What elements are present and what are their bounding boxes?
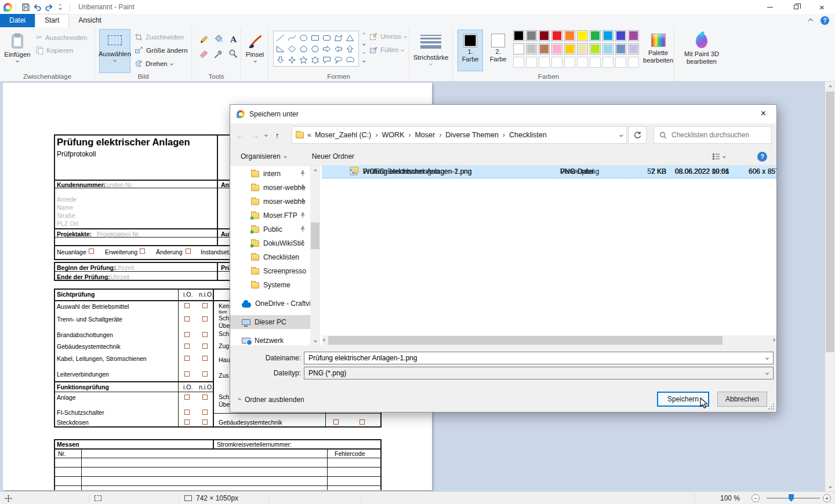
palette-swatch[interactable]	[602, 30, 613, 41]
palette-empty-swatch[interactable]	[539, 57, 550, 68]
sidebar-item[interactable]: Checklisten	[230, 250, 310, 264]
copy-button[interactable]: Kopieren	[36, 46, 73, 54]
dialog-help-icon[interactable]: ?	[757, 152, 767, 162]
pentagon-icon[interactable]	[297, 43, 309, 54]
diamond-icon[interactable]	[286, 43, 297, 54]
palette-swatch[interactable]	[628, 43, 639, 54]
minimize-button[interactable]	[757, 0, 783, 14]
palette-empty-swatch[interactable]	[628, 57, 639, 68]
callout-oval-icon[interactable]	[332, 54, 344, 65]
palette-swatch[interactable]	[577, 43, 588, 54]
palette-swatch[interactable]	[602, 43, 613, 54]
star-5-icon[interactable]	[297, 54, 309, 65]
palette-swatch[interactable]	[526, 30, 537, 41]
save-button[interactable]	[20, 1, 31, 13]
shape-fill-button[interactable]: Füllen	[369, 46, 404, 54]
arrow-up-icon[interactable]	[344, 43, 355, 54]
view-options-button[interactable]	[712, 153, 725, 160]
arrow-right-icon[interactable]	[321, 43, 332, 54]
sidebar-item[interactable]: Systeme	[230, 278, 310, 292]
hexagon-icon[interactable]	[309, 43, 321, 54]
line-icon[interactable]	[274, 32, 286, 43]
stroke-width-button[interactable]: Strichstärke	[411, 29, 451, 73]
palette-empty-swatch[interactable]	[526, 57, 537, 68]
palette-empty-swatch[interactable]	[615, 57, 626, 68]
customize-quick-access-button[interactable]	[55, 1, 66, 13]
sidebar-item[interactable]: intern	[230, 167, 310, 181]
paint3d-button[interactable]: Mit Paint 3D bearbeiten	[677, 30, 726, 72]
polygon-icon[interactable]	[332, 32, 344, 43]
shape-outline-button[interactable]: Umriss	[369, 32, 406, 41]
cancel-button[interactable]: Abbrechen	[717, 392, 767, 407]
callout-cloud-icon[interactable]	[344, 54, 355, 65]
palette-swatch[interactable]	[615, 30, 626, 41]
up-icon[interactable]: ↑	[270, 130, 285, 140]
triangle-icon[interactable]	[344, 32, 355, 43]
palette-empty-swatch[interactable]	[564, 57, 575, 68]
address-bar[interactable]: « ›Moser_Zaehl (C:)›WORK›Moser›Diverse T…	[292, 126, 627, 144]
edit-palette-button[interactable]: Palette bearbeiten	[643, 30, 673, 72]
brush-button[interactable]: Pinsel	[242, 29, 267, 73]
shapes-scroll-down-icon[interactable]	[362, 42, 366, 46]
curve-icon[interactable]	[286, 32, 297, 43]
palette-swatch[interactable]	[590, 43, 601, 54]
arrow-left-icon[interactable]	[332, 43, 344, 54]
palette-empty-swatch[interactable]	[577, 57, 588, 68]
filetype-dropdown-icon[interactable]	[765, 371, 769, 375]
paste-button[interactable]: Einfügen	[3, 29, 31, 73]
sidebar-item[interactable]: moser-webhe	[230, 181, 310, 195]
tab-home[interactable]: Start	[35, 14, 69, 27]
palette-swatch[interactable]	[513, 30, 524, 41]
arrow-down-icon[interactable]	[274, 54, 286, 65]
sidebar-item[interactable]: moser-webhe	[230, 195, 310, 209]
palette-swatch[interactable]	[526, 43, 537, 54]
rectangle-icon[interactable]	[309, 32, 321, 43]
cut-button[interactable]: ✂Ausschneiden	[36, 33, 87, 42]
palette-swatch[interactable]	[539, 30, 550, 41]
breadcrumb-item[interactable]: Moser_Zaehl (C:)	[315, 131, 371, 139]
filename-dropdown-icon[interactable]	[765, 356, 769, 360]
color2-button[interactable]: 2.Farbe	[485, 30, 511, 71]
sidebar-item[interactable]: Screenpresso	[230, 264, 310, 278]
sidebar-item[interactable]: Public	[230, 222, 310, 236]
dialog-close-button[interactable]: ×	[750, 105, 776, 122]
pencil-tool[interactable]	[197, 32, 210, 46]
select-button[interactable]: Auswählen	[99, 29, 130, 73]
palette-swatch[interactable]	[615, 43, 626, 54]
navigation-pane-scrollbar[interactable]	[310, 166, 320, 345]
address-dropdown-icon[interactable]	[619, 133, 623, 137]
shapes-scroll-up-icon[interactable]	[362, 32, 366, 36]
forward-icon[interactable]: →	[248, 130, 263, 140]
redo-button[interactable]	[43, 1, 55, 13]
breadcrumb-item[interactable]: Checklisten	[509, 131, 547, 139]
new-folder-button[interactable]: Neuer Ordner	[312, 152, 354, 160]
tab-view[interactable]: Ansicht	[69, 14, 110, 27]
palette-swatch[interactable]	[551, 30, 562, 41]
organize-button[interactable]: Organisieren	[241, 152, 286, 160]
palette-empty-swatch[interactable]	[602, 57, 613, 68]
file-row[interactable]: WORD-Berichtsvorlagen Verknüpfung 2 KB 0…	[322, 166, 776, 178]
fill-tool[interactable]	[211, 32, 225, 46]
eraser-tool[interactable]	[197, 46, 210, 60]
zoom-out-button[interactable]: −	[752, 494, 760, 502]
search-input[interactable]	[671, 131, 764, 139]
palette-swatch[interactable]	[590, 30, 601, 41]
crop-button[interactable]: Zuschneiden	[135, 33, 184, 41]
palette-swatch[interactable]	[539, 43, 550, 54]
palette-empty-swatch[interactable]	[551, 57, 562, 68]
zoom-slider-thumb[interactable]	[789, 494, 794, 502]
back-icon[interactable]: ←	[233, 130, 248, 140]
resize-button[interactable]: Größe ändern	[135, 46, 188, 54]
breadcrumb-item[interactable]: WORK	[382, 131, 404, 139]
star-6-icon[interactable]	[309, 54, 321, 65]
palette-empty-swatch[interactable]	[590, 57, 601, 68]
file-list-horizontal-scrollbar[interactable]	[322, 335, 776, 345]
palette-empty-swatch[interactable]	[513, 57, 524, 68]
palette-swatch[interactable]	[551, 43, 562, 54]
canvas-vertical-scrollbar[interactable]	[825, 82, 835, 491]
palette-swatch[interactable]	[564, 30, 575, 41]
rounded-rectangle-icon[interactable]	[321, 32, 332, 43]
tab-file[interactable]: Datei	[0, 14, 35, 27]
sidebar-item[interactable]: DokuWikiStic	[230, 236, 310, 250]
palette-swatch[interactable]	[577, 30, 588, 41]
